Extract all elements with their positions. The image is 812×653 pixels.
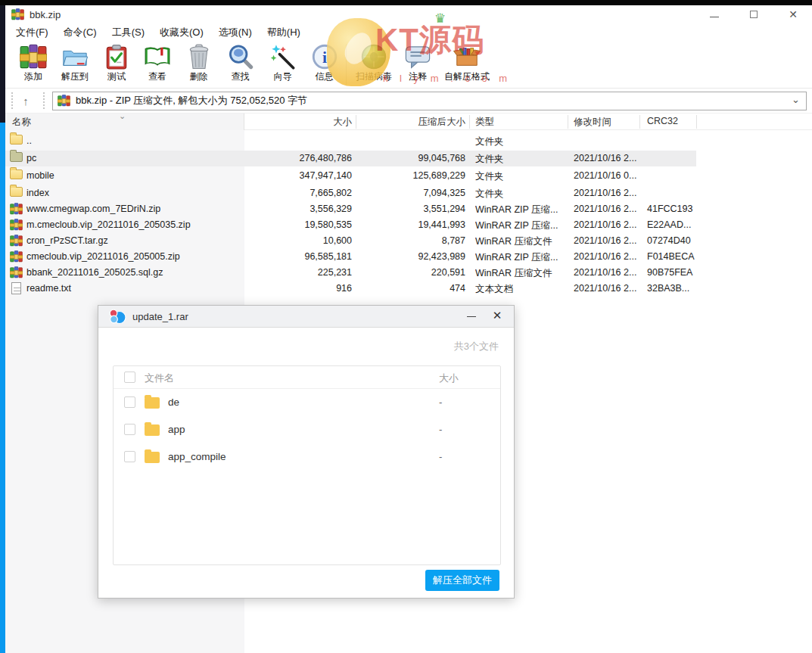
find-button[interactable]: 查找 [219,42,261,87]
sfx-button[interactable]: 自解压格式 [436,42,498,87]
filelist-header: ⌄ 名称 大小 压缩后大小 类型 修改时间 CRC32 [5,113,812,130]
file-row-index[interactable]: index 7,665,802 7,094,325 文件夹 2021/10/16… [5,185,696,201]
folder-icon [145,397,160,409]
dialog-minimize-button[interactable] [464,309,479,323]
select-all-checkbox[interactable] [124,372,135,383]
addressbar-gripper [43,92,46,109]
file-type: 文件夹 [475,188,566,201]
column-divider[interactable] [356,115,356,129]
file-crc: 90B75FEA [647,267,698,278]
file-packed: 7,094,325 [359,188,465,198]
file-name: m.cmecloub.vip_20211016_205035.zip [26,219,191,230]
file-name: bbank_20211016_205025.sql.gz [26,267,163,278]
file-modified: 2021/10/16 2... [574,153,639,163]
view-label: 查看 [148,70,166,83]
file-packed: 19,441,993 [359,219,465,230]
test-icon [103,44,130,70]
column-divider[interactable] [568,115,568,129]
folder-icon [145,424,160,436]
wizard-label: 向导 [274,70,292,83]
test-button[interactable]: 测试 [96,42,137,87]
dialog-close-button[interactable]: ✕ [490,308,505,323]
file-crc: 41FCC193 [647,204,698,214]
menu-file[interactable]: 文件(F) [8,23,56,42]
file-size: 916 [252,283,352,294]
add-label: 添加 [24,70,42,83]
file-name: www.cmegwap.com_7EDriN.zip [26,204,160,214]
scan-virus-button[interactable]: 扫描病毒 [348,42,400,87]
column-header-crc32[interactable]: CRC32 [647,116,678,126]
toolbar: 添加 解压到 测试 [5,42,812,89]
view-button[interactable]: 查看 [137,42,178,87]
dialog-row-app[interactable]: app - [114,416,500,443]
minimize-icon [710,17,719,17]
delete-label: 删除 [190,70,208,83]
rar-file-icon [10,235,23,247]
file-row-zip[interactable]: www.cmegwap.com_7EDriN.zip 3,556,329 3,5… [5,201,696,217]
dialog-column-filename: 文件名 [145,372,174,385]
row-checkbox[interactable] [124,424,135,435]
wizard-button[interactable]: 向导 [261,42,304,87]
column-header-modified[interactable]: 修改时间 [574,116,611,129]
comment-button[interactable]: 注释 [400,42,436,87]
sort-indicator-icon: ⌄ [119,111,126,121]
info-button[interactable]: i 信息 [304,42,344,87]
file-type: 文件夹 [475,153,566,166]
close-icon: ✕ [493,309,502,322]
extract-to-button[interactable]: 解压到 [54,42,96,87]
minimize-button[interactable] [706,8,723,21]
window-controls: ✕ [706,7,801,22]
column-header-size[interactable]: 大小 [252,116,352,129]
menu-help[interactable]: 帮助(H) [260,23,308,42]
file-row-readme[interactable]: readme.txt 916 474 文本文档 2021/10/16 2... … [5,281,696,297]
close-button[interactable]: ✕ [785,8,801,21]
row-checkbox[interactable] [124,451,135,462]
file-size: 10,600 [252,235,352,246]
file-count-label: 共3个文件 [454,340,499,353]
archive-file-icon [58,95,70,107]
titlebar: bbk.zip ✕ [5,5,812,23]
file-type: WinRAR ZIP 压缩... [475,204,566,216]
comment-label: 注释 [409,70,427,83]
extract-all-button[interactable]: 解压全部文件 [425,570,499,591]
menu-tools[interactable]: 工具(S) [104,23,152,42]
file-row-sqlgz[interactable]: bbank_20211016_205025.sql.gz 225,231 220… [5,265,696,281]
winrar-app-icon [11,8,24,20]
file-row-up[interactable]: .. 文件夹 [5,133,696,149]
dialog-row-de[interactable]: de - [114,389,500,416]
menu-favorites[interactable]: 收藏夹(O) [152,23,211,42]
row-checkbox[interactable] [124,396,135,408]
column-header-type[interactable]: 类型 [475,116,494,129]
menu-options[interactable]: 选项(N) [211,23,260,42]
folder-icon [10,152,23,162]
archive-path-combobox[interactable]: bbk.zip - ZIP 压缩文件, 解包大小为 752,052,520 字节… [52,92,807,110]
add-button[interactable]: 添加 [13,42,54,87]
dialog-column-size: 大小 [439,372,459,385]
delete-button[interactable]: 删除 [178,42,219,87]
column-header-name[interactable]: 名称 [12,116,31,129]
file-row-targz[interactable]: cron_rPzSCT.tar.gz 10,600 8,787 WinRAR 压… [5,233,696,249]
file-size: 19,580,535 [252,219,352,230]
dialog-row-app-compile[interactable]: app_compile - [114,443,500,471]
file-crc: 07274D40 [647,235,698,246]
column-header-packed[interactable]: 压缩后大小 [359,116,465,129]
column-divider[interactable] [696,115,697,129]
column-divider[interactable] [469,115,470,129]
combobox-chevron-down-icon[interactable]: ⌄ [792,94,800,105]
rar-file-icon [10,203,23,215]
file-row-pc[interactable]: pc 276,480,786 99,045,768 文件夹 2021/10/16… [5,151,696,166]
file-row-zip[interactable]: m.cmecloub.vip_20211016_205035.zip 19,58… [5,217,696,233]
extract-to-icon [61,44,89,70]
menu-commands[interactable]: 命令(C) [56,23,104,42]
up-one-level-button[interactable]: ↑ [14,92,37,110]
file-size: 276,480,786 [252,153,352,163]
file-size: 225,231 [252,267,352,278]
text-file-icon [11,282,21,294]
file-modified: 2021/10/16 2... [574,235,639,246]
file-modified: 2021/10/16 2... [574,251,639,262]
file-row-zip[interactable]: cmecloub.vip_20211016_205005.zip 96,585,… [5,249,696,265]
file-row-mobile[interactable]: mobile 347,947,140 125,689,229 文件夹 2021/… [5,168,696,184]
maximize-button[interactable] [745,8,762,21]
file-packed: 3,551,294 [359,204,465,214]
column-divider[interactable] [639,115,640,129]
